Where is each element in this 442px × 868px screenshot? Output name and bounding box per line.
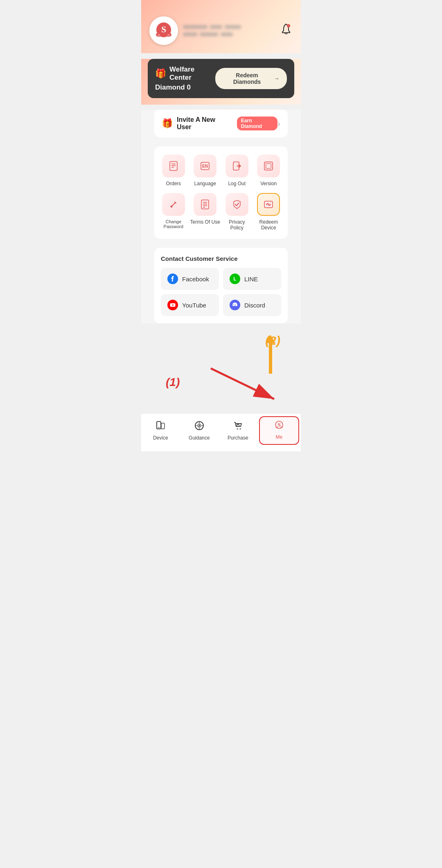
chevron-right-icon: ›	[277, 119, 280, 128]
menu-item-logout[interactable]: Log Out	[222, 155, 252, 186]
svg-text:S: S	[277, 422, 280, 428]
youtube-icon	[167, 300, 178, 310]
change-password-label: Change Password	[158, 219, 189, 229]
terms-label: Terms Of Use	[190, 219, 220, 225]
version-icon-wrap	[257, 155, 280, 177]
guidance-nav-icon	[194, 420, 205, 433]
facebook-label: Facebook	[182, 276, 209, 283]
menu-item-privacy-policy[interactable]: Privacy Policy	[222, 193, 252, 231]
svg-rect-20	[266, 164, 271, 168]
language-icon-wrap: EN	[194, 155, 216, 177]
orders-label: Orders	[166, 181, 181, 186]
earn-diamond-badge: Earn Diamond	[237, 117, 277, 130]
svg-point-29	[266, 204, 268, 205]
logout-icon-wrap	[226, 155, 248, 177]
svg-point-42	[237, 428, 238, 430]
svg-line-32	[211, 368, 274, 399]
nav-item-purchase[interactable]: Purchase	[219, 418, 257, 443]
invite-label: Invite A New User	[177, 116, 230, 131]
welfare-card: 🎁 Welfare Center Diamond 0 Redeem Diamon…	[148, 59, 294, 98]
contact-title: Contact Customer Service	[161, 255, 281, 262]
purchase-nav-label: Purchase	[228, 435, 248, 441]
contact-card: Contact Customer Service Facebook L LINE	[154, 248, 288, 323]
diamond-label: Diamond 0	[155, 83, 215, 92]
menu-item-orders[interactable]: Orders	[158, 155, 189, 186]
menu-item-change-password[interactable]: Change Password	[158, 193, 189, 231]
discord-button[interactable]: Discord	[223, 294, 281, 316]
facebook-icon	[167, 274, 178, 284]
line-button[interactable]: L LINE	[223, 268, 281, 290]
bottom-nav: Device Guidance	[141, 413, 301, 451]
line-label: LINE	[244, 276, 258, 283]
nav-item-guidance[interactable]: Guidance	[180, 418, 219, 443]
youtube-label: YouTube	[182, 302, 206, 309]
svg-point-5	[158, 34, 160, 36]
svg-text:S: S	[161, 24, 166, 34]
menu-item-language[interactable]: EN Language	[190, 155, 221, 186]
svg-point-6	[167, 34, 170, 36]
logout-label: Log Out	[228, 181, 246, 186]
orders-icon-wrap	[162, 155, 185, 177]
contact-grid: Facebook L LINE YouTube	[161, 268, 281, 316]
notification-bell-icon[interactable]	[280, 23, 293, 39]
annotation-area: (2) (1)	[141, 323, 301, 413]
menu-card: Orders EN Language	[154, 146, 288, 239]
red-arrow-svg	[203, 364, 284, 405]
menu-grid: Orders EN Language	[158, 155, 284, 231]
discord-label: Discord	[244, 302, 265, 309]
svg-point-50	[275, 426, 278, 428]
device-nav-icon	[155, 420, 166, 433]
change-password-icon-wrap	[162, 193, 185, 216]
user-info	[183, 25, 241, 36]
svg-point-22	[170, 206, 172, 208]
guidance-nav-label: Guidance	[189, 435, 210, 441]
facebook-button[interactable]: Facebook	[161, 268, 219, 290]
gift-icon: 🎁	[155, 68, 166, 79]
me-nav-label: Me	[275, 434, 282, 440]
discord-icon	[230, 300, 240, 310]
menu-item-version[interactable]: Version	[254, 155, 284, 186]
device-nav-label: Device	[153, 435, 168, 441]
svg-point-43	[240, 428, 241, 430]
invite-gift-icon: 🎁	[162, 118, 173, 129]
version-label: Version	[260, 181, 277, 186]
menu-item-redeem-device[interactable]: Redeem Device	[254, 193, 284, 231]
svg-point-30	[270, 204, 271, 205]
invite-card[interactable]: 🎁 Invite A New User Earn Diamond ›	[154, 110, 288, 137]
purchase-nav-icon	[232, 420, 243, 433]
svg-rect-34	[161, 423, 165, 429]
me-nav-icon: S	[274, 419, 284, 433]
menu-item-terms-of-use[interactable]: Terms Of Use	[190, 193, 221, 231]
header: S	[141, 0, 301, 53]
privacy-label: Privacy Policy	[222, 219, 252, 231]
redeem-diamonds-button[interactable]: Redeem Diamonds →	[215, 68, 287, 89]
svg-rect-8	[170, 161, 177, 170]
svg-point-7	[287, 24, 290, 27]
youtube-button[interactable]: YouTube	[161, 294, 219, 316]
welfare-title: Welfare Center	[169, 65, 215, 82]
nav-item-device[interactable]: Device	[141, 418, 180, 443]
redeem-device-icon-wrap	[257, 193, 280, 216]
avatar: S	[149, 16, 178, 45]
redeem-device-label: Redeem Device	[254, 219, 284, 231]
language-label: Language	[194, 181, 216, 186]
svg-point-51	[280, 426, 283, 428]
annotation-1-label: (1)	[166, 376, 180, 389]
nav-item-me[interactable]: S Me	[259, 416, 300, 445]
line-icon: L	[230, 274, 240, 284]
privacy-icon-wrap	[226, 193, 248, 216]
avatar-area: S	[149, 16, 241, 45]
terms-icon-wrap	[194, 193, 216, 216]
svg-text:EN: EN	[202, 164, 208, 168]
